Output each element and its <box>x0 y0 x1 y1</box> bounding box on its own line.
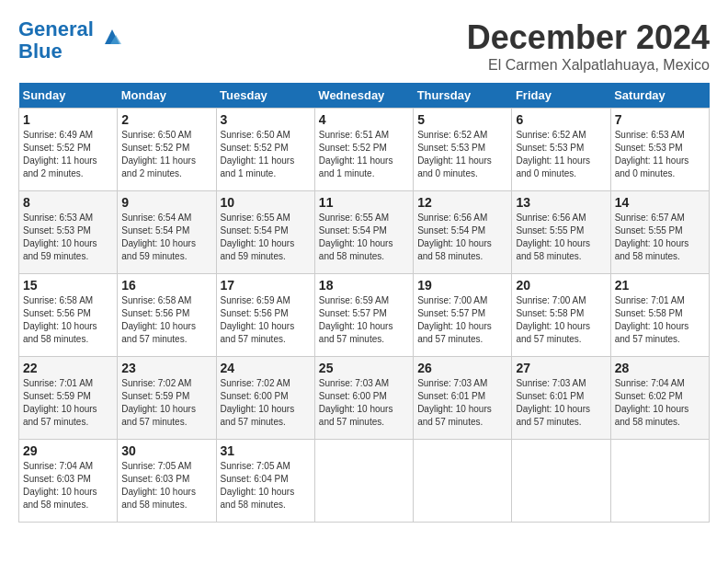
table-row: 24 Sunrise: 7:02 AM Sunset: 6:00 PM Dayl… <box>216 357 314 440</box>
table-row: 27 Sunrise: 7:03 AM Sunset: 6:01 PM Dayl… <box>512 357 610 440</box>
table-row: 3 Sunrise: 6:50 AM Sunset: 5:52 PM Dayli… <box>216 109 314 191</box>
day-info: Sunrise: 6:52 AM Sunset: 5:53 PM Dayligh… <box>417 129 507 180</box>
daylight-label: Daylight: 10 hours and 57 minutes. <box>516 404 590 427</box>
day-info: Sunrise: 7:00 AM Sunset: 5:58 PM Dayligh… <box>516 294 606 346</box>
day-info: Sunrise: 6:55 AM Sunset: 5:54 PM Dayligh… <box>221 212 311 263</box>
table-row <box>512 440 610 523</box>
day-number: 20 <box>516 278 606 293</box>
table-row: 16 Sunrise: 6:58 AM Sunset: 5:56 PM Dayl… <box>118 274 216 357</box>
day-info: Sunrise: 6:59 AM Sunset: 5:56 PM Dayligh… <box>221 294 311 346</box>
table-row: 11 Sunrise: 6:55 AM Sunset: 5:54 PM Dayl… <box>314 191 413 274</box>
daylight-label: Daylight: 10 hours and 57 minutes. <box>516 321 590 344</box>
day-number: 13 <box>516 195 606 210</box>
day-number: 18 <box>319 278 409 293</box>
sunset-label: Sunset: 5:54 PM <box>417 225 485 236</box>
daylight-label: Daylight: 11 hours and 0 minutes. <box>615 155 689 178</box>
sunset-label: Sunset: 5:53 PM <box>615 143 683 153</box>
calendar-week-row: 1 Sunrise: 6:49 AM Sunset: 5:52 PM Dayli… <box>19 109 710 191</box>
day-info: Sunrise: 7:02 AM Sunset: 5:59 PM Dayligh… <box>121 377 211 429</box>
daylight-label: Daylight: 10 hours and 59 minutes. <box>121 238 196 261</box>
day-info: Sunrise: 6:57 AM Sunset: 5:55 PM Dayligh… <box>615 212 705 263</box>
sunrise-label: Sunrise: 7:03 AM <box>319 378 389 388</box>
calendar-week-row: 22 Sunrise: 7:01 AM Sunset: 5:59 PM Dayl… <box>19 357 710 440</box>
table-row <box>314 440 413 523</box>
daylight-label: Daylight: 11 hours and 2 minutes. <box>121 155 196 178</box>
table-row: 18 Sunrise: 6:59 AM Sunset: 5:57 PM Dayl… <box>314 274 413 357</box>
day-number: 2 <box>121 112 211 127</box>
sunrise-label: Sunrise: 6:49 AM <box>23 130 93 140</box>
sunset-label: Sunset: 5:59 PM <box>121 391 189 401</box>
daylight-label: Daylight: 10 hours and 58 minutes. <box>221 487 295 510</box>
table-row: 15 Sunrise: 6:58 AM Sunset: 5:56 PM Dayl… <box>19 274 118 357</box>
sunrise-label: Sunrise: 6:58 AM <box>121 295 191 305</box>
daylight-label: Daylight: 11 hours and 2 minutes. <box>23 155 97 178</box>
sunrise-label: Sunrise: 7:03 AM <box>516 378 586 388</box>
sunset-label: Sunset: 5:52 PM <box>23 143 91 153</box>
day-number: 22 <box>23 361 113 375</box>
sunrise-label: Sunrise: 6:57 AM <box>615 213 685 223</box>
day-info: Sunrise: 7:03 AM Sunset: 6:00 PM Dayligh… <box>319 377 409 429</box>
daylight-label: Daylight: 10 hours and 58 minutes. <box>121 487 196 510</box>
sunrise-label: Sunrise: 6:50 AM <box>221 130 290 140</box>
calendar: Sunday Monday Tuesday Wednesday Thursday… <box>18 83 710 523</box>
sunset-label: Sunset: 5:55 PM <box>615 225 683 236</box>
daylight-label: Daylight: 10 hours and 58 minutes. <box>23 321 97 344</box>
sunset-label: Sunset: 5:54 PM <box>121 225 189 236</box>
day-number: 8 <box>23 195 113 210</box>
header-wednesday: Wednesday <box>314 83 413 109</box>
day-info: Sunrise: 7:04 AM Sunset: 6:03 PM Dayligh… <box>23 460 113 511</box>
title-block: December 2024 El Carmen Xalpatlahuaya, M… <box>467 18 710 74</box>
header-thursday: Thursday <box>414 83 512 109</box>
calendar-week-row: 15 Sunrise: 6:58 AM Sunset: 5:56 PM Dayl… <box>19 274 710 357</box>
sunset-label: Sunset: 6:01 PM <box>417 391 485 401</box>
day-info: Sunrise: 6:50 AM Sunset: 5:52 PM Dayligh… <box>121 129 211 180</box>
day-info: Sunrise: 6:58 AM Sunset: 5:56 PM Dayligh… <box>121 294 211 346</box>
calendar-week-row: 8 Sunrise: 6:53 AM Sunset: 5:53 PM Dayli… <box>19 191 710 274</box>
sunset-label: Sunset: 5:57 PM <box>417 308 485 318</box>
sunset-label: Sunset: 5:56 PM <box>23 308 91 318</box>
sunrise-label: Sunrise: 7:04 AM <box>615 378 685 388</box>
table-row: 2 Sunrise: 6:50 AM Sunset: 5:52 PM Dayli… <box>118 109 216 191</box>
sunrise-label: Sunrise: 6:55 AM <box>221 213 290 223</box>
sunrise-label: Sunrise: 6:50 AM <box>121 130 191 140</box>
day-number: 4 <box>319 112 409 127</box>
day-number: 19 <box>417 278 507 293</box>
sunrise-label: Sunrise: 7:00 AM <box>417 295 487 305</box>
sunset-label: Sunset: 6:04 PM <box>221 474 289 484</box>
sunrise-label: Sunrise: 7:03 AM <box>417 378 487 388</box>
day-number: 31 <box>221 443 311 458</box>
daylight-label: Daylight: 10 hours and 59 minutes. <box>23 238 97 261</box>
table-row: 31 Sunrise: 7:05 AM Sunset: 6:04 PM Dayl… <box>216 440 314 523</box>
day-number: 25 <box>319 361 409 375</box>
daylight-label: Daylight: 10 hours and 57 minutes. <box>221 321 295 344</box>
day-number: 7 <box>615 112 705 127</box>
sunset-label: Sunset: 5:53 PM <box>417 143 485 153</box>
sunset-label: Sunset: 5:53 PM <box>23 225 91 236</box>
day-info: Sunrise: 6:59 AM Sunset: 5:57 PM Dayligh… <box>319 294 409 346</box>
daylight-label: Daylight: 10 hours and 58 minutes. <box>319 238 393 261</box>
day-info: Sunrise: 7:05 AM Sunset: 6:04 PM Dayligh… <box>221 460 311 511</box>
daylight-label: Daylight: 10 hours and 57 minutes. <box>319 321 393 344</box>
daylight-label: Daylight: 10 hours and 58 minutes. <box>417 238 492 261</box>
table-row: 7 Sunrise: 6:53 AM Sunset: 5:53 PM Dayli… <box>610 109 709 191</box>
table-row: 1 Sunrise: 6:49 AM Sunset: 5:52 PM Dayli… <box>19 109 118 191</box>
day-number: 11 <box>319 195 409 210</box>
sunset-label: Sunset: 5:53 PM <box>516 143 584 153</box>
sunset-label: Sunset: 5:56 PM <box>121 308 189 318</box>
day-number: 28 <box>615 361 705 375</box>
calendar-header-row: Sunday Monday Tuesday Wednesday Thursday… <box>19 83 710 109</box>
header-friday: Friday <box>512 83 610 109</box>
daylight-label: Daylight: 10 hours and 57 minutes. <box>221 404 295 427</box>
daylight-label: Daylight: 10 hours and 57 minutes. <box>417 404 492 427</box>
daylight-label: Daylight: 10 hours and 58 minutes. <box>615 404 689 427</box>
header-monday: Monday <box>118 83 216 109</box>
daylight-label: Daylight: 10 hours and 59 minutes. <box>221 238 295 261</box>
month-title: December 2024 <box>467 18 710 57</box>
sunrise-label: Sunrise: 6:52 AM <box>417 130 487 140</box>
day-info: Sunrise: 6:56 AM Sunset: 5:54 PM Dayligh… <box>417 212 507 263</box>
sunrise-label: Sunrise: 6:55 AM <box>319 213 389 223</box>
logo-icon <box>97 22 127 52</box>
day-number: 14 <box>615 195 705 210</box>
table-row: 9 Sunrise: 6:54 AM Sunset: 5:54 PM Dayli… <box>118 191 216 274</box>
sunset-label: Sunset: 5:57 PM <box>319 308 387 318</box>
